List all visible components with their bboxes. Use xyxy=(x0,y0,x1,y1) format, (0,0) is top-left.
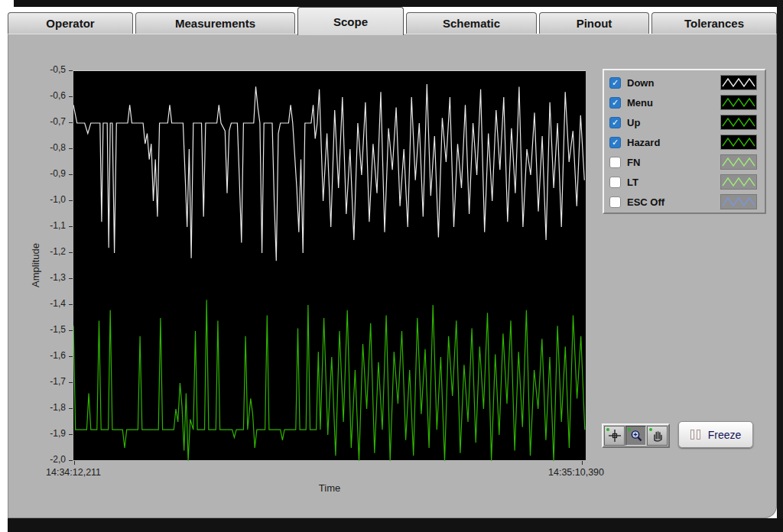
tab-tolerances[interactable]: Tolerances xyxy=(651,12,777,34)
waveform-plot[interactable] xyxy=(73,70,586,460)
legend-row-lt[interactable]: LT xyxy=(607,172,762,192)
legend-plot-sample[interactable] xyxy=(720,174,757,190)
tool-active-dot xyxy=(606,428,609,431)
legend-checkbox[interactable]: ✓ xyxy=(609,77,621,89)
legend-label: LT xyxy=(627,177,720,188)
tab-label: Operator xyxy=(46,17,94,30)
y-tick-mark xyxy=(69,382,73,383)
y-tick-mark xyxy=(69,226,73,227)
legend-row-hazard[interactable]: ✓ Hazard xyxy=(607,132,762,152)
legend-row-esc-off[interactable]: ESC Off xyxy=(607,192,762,212)
tab-pinout[interactable]: Pinout xyxy=(539,12,649,34)
y-tick-label: -0,8 xyxy=(29,142,66,153)
x-tick-mark xyxy=(74,461,75,465)
y-tick-mark xyxy=(69,434,73,435)
trace-down xyxy=(73,84,584,261)
y-tick-label: -0,7 xyxy=(29,116,66,127)
legend-row-down[interactable]: ✓ Down xyxy=(607,73,762,92)
y-tick-label: -1,4 xyxy=(29,298,66,309)
legend-row-up[interactable]: ✓ Up xyxy=(607,112,762,132)
y-tick-mark xyxy=(69,252,73,253)
zoom-tool-button[interactable] xyxy=(625,426,646,446)
y-tick-label: -1,1 xyxy=(29,220,66,231)
legend-label: Menu xyxy=(627,97,720,109)
tool-active-dot xyxy=(628,428,631,431)
tab-bar: Operator Measurements Scope Schematic Pi… xyxy=(8,7,777,35)
y-tick-mark xyxy=(69,278,73,279)
y-tick-label: -1,5 xyxy=(29,324,66,335)
pan-tool-button[interactable] xyxy=(647,426,668,446)
tab-scope[interactable]: Scope xyxy=(297,7,404,35)
waveform-icon xyxy=(721,135,756,149)
legend-plot-sample[interactable] xyxy=(720,154,757,170)
freeze-button[interactable]: Freeze xyxy=(678,421,753,448)
legend-label: Hazard xyxy=(627,137,720,148)
legend-plot-sample[interactable] xyxy=(720,194,757,209)
tab-operator[interactable]: Operator xyxy=(8,12,133,34)
freeze-button-label: Freeze xyxy=(708,429,742,441)
y-tick-label: -1,0 xyxy=(29,194,66,205)
y-tick-label: -1,9 xyxy=(29,428,66,439)
legend-checkbox[interactable]: ✓ xyxy=(609,137,621,148)
legend-plot-sample[interactable] xyxy=(720,115,757,130)
y-tick-mark xyxy=(69,122,73,123)
legend-row-fn[interactable]: FN xyxy=(607,152,762,172)
waveform-traces xyxy=(73,71,586,461)
waveform-icon xyxy=(721,175,756,189)
y-tick-label: -1,8 xyxy=(29,402,66,413)
y-tick-label: -2,0 xyxy=(29,454,66,465)
legend-plot-sample[interactable] xyxy=(720,95,757,110)
y-tick-label: -1,2 xyxy=(29,246,66,257)
legend-label: FN xyxy=(627,157,720,168)
legend-checkbox[interactable]: ✓ xyxy=(609,97,621,109)
legend-label: Up xyxy=(627,117,720,128)
waveform-icon xyxy=(721,76,756,89)
y-tick-label: -0,6 xyxy=(29,90,66,101)
scope-screen: Operator Measurements Scope Schematic Pi… xyxy=(0,0,783,532)
legend-label: Down xyxy=(627,77,720,89)
tool-active-dot xyxy=(649,428,652,431)
legend-label: ESC Off xyxy=(627,196,720,208)
y-tick-mark xyxy=(69,356,73,357)
y-tick-mark xyxy=(69,70,73,71)
y-tick-label: -0,5 xyxy=(29,64,66,75)
y-tick-mark xyxy=(69,304,73,305)
y-tick-mark xyxy=(69,460,73,461)
waveform-icon xyxy=(721,115,756,129)
window-top-edge xyxy=(14,0,783,7)
legend-checkbox[interactable] xyxy=(609,177,621,188)
waveform-icon xyxy=(721,96,756,109)
waveform-icon xyxy=(721,155,756,169)
legend-plot-sample[interactable] xyxy=(720,135,757,150)
legend-checkbox[interactable] xyxy=(609,157,621,168)
cursor-tool-button[interactable] xyxy=(604,426,625,446)
legend-plot-sample[interactable] xyxy=(720,75,757,90)
y-tick-label: -1,7 xyxy=(29,376,66,387)
tab-measurements[interactable]: Measurements xyxy=(135,12,295,34)
y-tick-mark xyxy=(69,330,73,331)
tab-label: Tolerances xyxy=(684,17,744,30)
y-tick-label: -1,6 xyxy=(29,350,66,361)
plot-legend: ✓ Down ✓ Menu ✓ Up ✓ Hazard xyxy=(603,69,766,214)
y-tick-label: -1,3 xyxy=(29,272,66,283)
window-right-edge xyxy=(777,0,783,532)
legend-row-menu[interactable]: ✓ Menu xyxy=(607,92,762,112)
legend-checkbox[interactable]: ✓ xyxy=(609,117,621,128)
tab-label: Scope xyxy=(333,15,368,28)
y-tick-mark xyxy=(69,174,73,175)
window-bottom-edge xyxy=(8,518,783,532)
trace-menu xyxy=(73,300,585,461)
graph-palette xyxy=(602,423,670,448)
tab-label: Measurements xyxy=(175,17,255,30)
legend-checkbox[interactable] xyxy=(609,196,621,208)
tab-label: Pinout xyxy=(577,17,612,30)
y-tick-label: -0,9 xyxy=(29,168,66,179)
x-axis-end-time: 14:35:10,390 xyxy=(489,467,604,478)
y-tick-mark xyxy=(69,148,73,149)
waveform-icon xyxy=(721,195,756,209)
tab-schematic[interactable]: Schematic xyxy=(406,12,537,34)
x-axis-start-time: 14:34:12,211 xyxy=(46,467,101,478)
pause-icon xyxy=(690,430,700,440)
y-tick-mark xyxy=(69,200,73,201)
x-tick-mark xyxy=(582,461,583,465)
